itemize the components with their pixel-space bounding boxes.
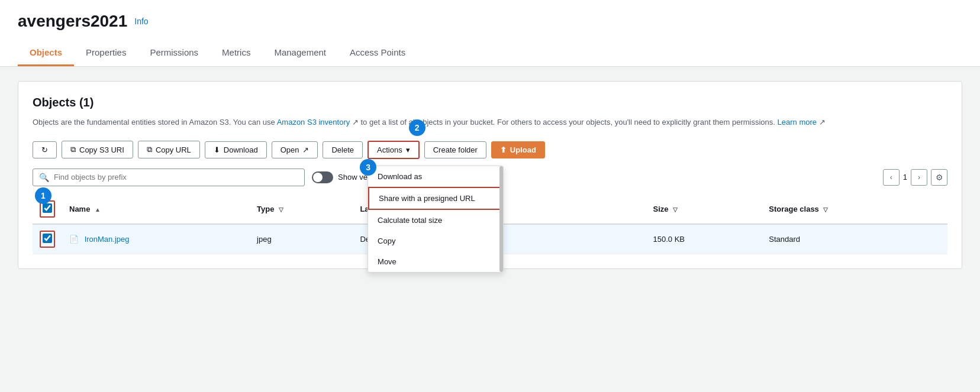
col-sc-sort-icon: ▽	[823, 206, 828, 213]
page-prev-button[interactable]: ‹	[883, 169, 900, 186]
file-link[interactable]: IronMan.jpeg	[85, 235, 130, 244]
step-badge-2: 2	[409, 119, 425, 136]
dropdown-item-calculate-size[interactable]: Calculate total size	[368, 210, 503, 231]
open-button[interactable]: Open ↗	[272, 141, 318, 158]
delete-button[interactable]: Delete	[323, 141, 363, 158]
tab-access-points[interactable]: Access Points	[338, 40, 417, 66]
learn-more-link[interactable]: Learn more	[778, 118, 817, 127]
col-type: Type ▽	[250, 195, 353, 224]
open-external-icon: ↗	[302, 145, 309, 154]
dropdown-item-copy[interactable]: Copy	[368, 231, 503, 251]
row-storage-class-cell: Standard	[762, 224, 947, 254]
col-storage-class: Storage class ▽	[762, 195, 947, 224]
table-settings-button[interactable]: ⚙	[931, 169, 947, 186]
actions-dropdown: 3 Download as Share with a presigned URL…	[368, 166, 504, 273]
bucket-title-area: avengers2021 Info	[18, 12, 962, 31]
col-size: Size ▽	[646, 195, 762, 224]
row-checkbox-cell	[33, 224, 62, 254]
copy-url-icon: ⧉	[147, 145, 152, 154]
sort-asc-icon: ▲	[95, 206, 101, 213]
tab-properties[interactable]: Properties	[74, 40, 138, 66]
actions-button[interactable]: Actions ▾	[368, 141, 420, 159]
refresh-icon: ↻	[41, 145, 48, 154]
copy-s3-uri-icon: ⧉	[70, 145, 76, 154]
col-size-sort-icon: ▽	[673, 206, 678, 213]
tab-permissions[interactable]: Permissions	[138, 40, 210, 66]
panel-description: Objects are the fundamental entities sto…	[33, 116, 947, 129]
col-name: Name ▲	[62, 195, 250, 224]
create-folder-button[interactable]: Create folder	[424, 141, 486, 158]
col-type-sort-icon: ▽	[279, 206, 283, 213]
search-icon: 🔍	[39, 173, 49, 182]
panel-title: Objects (1)	[33, 96, 94, 109]
row-size-cell: 150.0 KB	[646, 224, 762, 254]
pagination: ‹ 1 › ⚙	[883, 169, 947, 186]
download-button[interactable]: ⬇ Download	[205, 141, 267, 158]
bucket-name: avengers2021	[18, 12, 127, 31]
actions-wrapper: 2 Actions ▾ 3 Download as Share with a p…	[368, 141, 420, 159]
dropdown-item-share-presigned[interactable]: Share with a presigned URL	[368, 187, 503, 210]
info-link[interactable]: Info	[134, 17, 148, 26]
versions-toggle[interactable]	[312, 171, 333, 183]
copy-url-button[interactable]: ⧉ Copy URL	[138, 141, 200, 158]
dropdown-scrollbar[interactable]	[499, 166, 503, 272]
objects-panel: Objects (1) Objects are the fundamental …	[18, 81, 962, 269]
upload-button[interactable]: ⬆ Upload	[491, 141, 545, 158]
tab-management[interactable]: Management	[262, 40, 338, 66]
select-all-header: 1	[33, 195, 62, 224]
row-type-cell: jpeg	[250, 224, 353, 254]
dropdown-item-move[interactable]: Move	[368, 251, 503, 272]
chevron-down-icon: ▾	[406, 145, 410, 154]
file-icon: 📄	[69, 235, 79, 244]
select-all-checkbox[interactable]	[43, 203, 52, 213]
search-box: 🔍	[33, 169, 305, 186]
toolbar: ↻ ⧉ Copy S3 URI ⧉ Copy URL ⬇ Download Op…	[33, 141, 947, 159]
page-number: 1	[903, 173, 907, 182]
dropdown-item-download-as[interactable]: Download as	[368, 166, 503, 187]
refresh-button[interactable]: ↻	[33, 141, 57, 158]
page-header: avengers2021 Info Objects Properties Per…	[0, 0, 980, 67]
step-badge-3: 3	[360, 159, 376, 176]
panel-header: Objects (1)	[33, 96, 947, 109]
download-icon: ⬇	[214, 145, 220, 154]
row-checkbox[interactable]	[43, 234, 52, 243]
copy-s3-uri-button[interactable]: ⧉ Copy S3 URI	[62, 141, 133, 158]
row-name-cell: 📄 IronMan.jpeg	[62, 224, 250, 254]
search-input[interactable]	[54, 173, 298, 182]
tab-objects[interactable]: Objects	[18, 40, 74, 66]
page-next-button[interactable]: ›	[911, 169, 927, 186]
tab-bar: Objects Properties Permissions Metrics M…	[18, 40, 962, 66]
step-badge-1: 1	[35, 187, 51, 204]
toggle-wrap: Show ve	[312, 171, 368, 183]
row-checkbox-bordered	[40, 231, 55, 248]
tab-metrics[interactable]: Metrics	[210, 40, 262, 66]
select-all-wrapper: 1	[40, 200, 55, 218]
inventory-link[interactable]: Amazon S3 inventory	[277, 118, 350, 127]
upload-icon: ⬆	[500, 145, 507, 154]
content-area: Objects (1) Objects are the fundamental …	[0, 67, 980, 283]
